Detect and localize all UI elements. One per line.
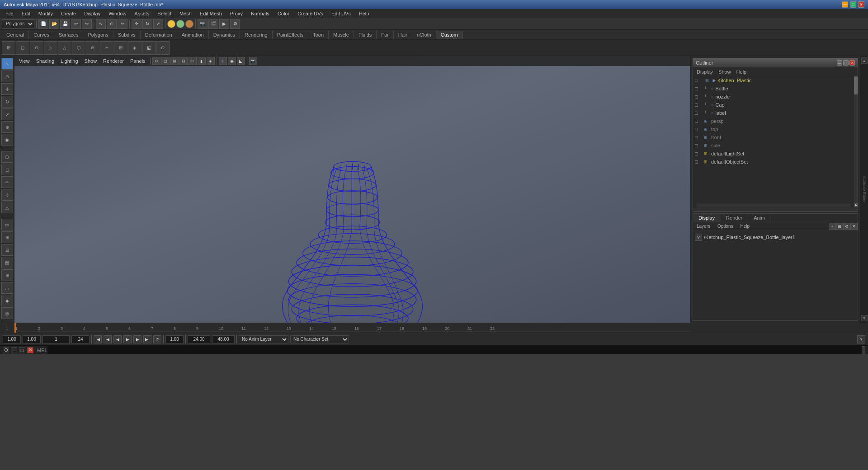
outliner-checkbox-front[interactable]: □ bbox=[695, 135, 702, 140]
layout-four[interactable]: ⊞ bbox=[1, 231, 13, 243]
play-reverse-btn[interactable]: ◀ bbox=[113, 335, 122, 343]
snap-surface[interactable]: ◎ bbox=[1, 307, 13, 319]
layout-single[interactable]: ▭ bbox=[1, 219, 13, 230]
outliner-item-nozzle[interactable]: □ └ ○ nozzle bbox=[693, 93, 858, 101]
menu-edit[interactable]: Edit bbox=[18, 10, 34, 17]
move-tool-button[interactable]: ✛ bbox=[132, 19, 142, 29]
select-mode-button[interactable]: ↖ bbox=[1, 58, 13, 70]
scale-tool-button[interactable]: ⤢ bbox=[153, 19, 163, 29]
menu-select[interactable]: Select bbox=[154, 10, 175, 17]
shelf-tab-ncloth[interactable]: nCloth bbox=[412, 31, 436, 39]
outliner-checkbox-nozzle[interactable]: □ bbox=[695, 94, 702, 99]
mel-icon-1[interactable]: ⊙ bbox=[3, 347, 9, 353]
vp-icon-7[interactable]: ◈ bbox=[207, 57, 215, 65]
shelf-tab-custom[interactable]: Custom bbox=[436, 31, 463, 39]
outliner-item-front[interactable]: □ ⊞ front bbox=[693, 133, 858, 141]
menu-display[interactable]: Display bbox=[80, 10, 104, 17]
undo-button[interactable]: ↩ bbox=[71, 19, 81, 29]
shelf-tab-muscle[interactable]: Muscle bbox=[329, 31, 354, 39]
snap-grid[interactable]: ⊞ bbox=[1, 269, 13, 281]
playback-end-input[interactable] bbox=[188, 335, 210, 343]
shelf-tab-fluids[interactable]: Fluids bbox=[354, 31, 377, 39]
polygon-tool-1[interactable]: ⬡ bbox=[1, 151, 13, 163]
move-tool-lt[interactable]: ✛ bbox=[1, 83, 13, 95]
start-frame-input[interactable] bbox=[3, 335, 21, 343]
save-file-button[interactable]: 💾 bbox=[60, 19, 70, 29]
view-menu[interactable]: View bbox=[16, 57, 33, 65]
layer-opts-btn[interactable]: ⚙ bbox=[843, 223, 850, 230]
outliner-tree[interactable]: □ ⊞ ◉ Kitchen_Plastic □ └ ○ Bottle □ └ bbox=[693, 76, 858, 203]
layer-new-btn[interactable]: + bbox=[829, 223, 836, 230]
universal-tool[interactable]: ⊕ bbox=[1, 121, 13, 133]
vp-icon-texture[interactable]: ⬕ bbox=[237, 57, 245, 65]
go-to-start-btn[interactable]: |◀ bbox=[94, 335, 102, 343]
next-frame-btn[interactable]: ▶ bbox=[133, 335, 142, 343]
outliner-checkbox-top[interactable]: □ bbox=[695, 127, 702, 132]
render-tab[interactable]: Render bbox=[721, 214, 748, 222]
shelf-icon-5[interactable]: △ bbox=[58, 41, 71, 55]
display-tab[interactable]: Display bbox=[693, 214, 721, 222]
outliner-checkbox[interactable]: □ bbox=[695, 78, 702, 83]
rotate-tool-button[interactable]: ↻ bbox=[142, 19, 152, 29]
vp-icon-2[interactable]: ◻ bbox=[161, 57, 170, 65]
soft-mod-tool[interactable]: ◉ bbox=[1, 134, 13, 146]
rotate-tool-lt[interactable]: ↻ bbox=[1, 96, 13, 108]
vp-icon-5[interactable]: ▭ bbox=[189, 57, 197, 65]
shelf-tab-rendering[interactable]: Rendering bbox=[240, 31, 273, 39]
outliner-item-kitchen-plastic[interactable]: □ ⊞ ◉ Kitchen_Plastic bbox=[693, 76, 858, 85]
outliner-checkbox-dos[interactable]: □ bbox=[695, 159, 702, 164]
vp-icon-1[interactable]: ⊙ bbox=[152, 57, 160, 65]
camera-button[interactable]: 📷 bbox=[198, 19, 208, 29]
settings-button[interactable]: ⚙ bbox=[230, 19, 240, 29]
shelf-tab-fur[interactable]: Fur bbox=[377, 31, 394, 39]
color-swatch-1[interactable] bbox=[167, 20, 175, 28]
menu-edituvs[interactable]: Edit UVs bbox=[328, 10, 354, 17]
layer-del-btn[interactable]: ✕ bbox=[850, 223, 858, 230]
new-file-button[interactable]: 📄 bbox=[38, 19, 48, 29]
menu-color[interactable]: Color bbox=[274, 10, 293, 17]
menu-createuvs[interactable]: Create UVs bbox=[294, 10, 327, 17]
viewport-3d[interactable]: View Shading Lighting Show Renderer Pane… bbox=[14, 56, 690, 323]
outliner-item-bottle[interactable]: □ └ ○ Bottle bbox=[693, 85, 858, 93]
shelf-icon-7[interactable]: ⊕ bbox=[86, 41, 99, 55]
open-file-button[interactable]: 📂 bbox=[49, 19, 59, 29]
shading-menu[interactable]: Shading bbox=[33, 57, 57, 65]
paint-select-button[interactable]: ⊙ bbox=[1, 70, 13, 82]
outliner-item-label-obj[interactable]: □ └ ○ label bbox=[693, 109, 858, 117]
menu-mesh[interactable]: Mesh bbox=[176, 10, 195, 17]
shelf-icon-3[interactable]: ⊙ bbox=[30, 41, 43, 55]
ae-top-btn[interactable]: ▲ bbox=[861, 57, 868, 64]
menu-normals[interactable]: Normals bbox=[247, 10, 273, 17]
layer-render-btn[interactable]: ⊞ bbox=[836, 223, 843, 230]
go-to-end-btn[interactable]: ▶| bbox=[143, 335, 151, 343]
layout-two[interactable]: ▤ bbox=[1, 257, 13, 268]
redo-button[interactable]: ↪ bbox=[82, 19, 92, 29]
polygon-tool-5[interactable]: △ bbox=[1, 202, 13, 213]
outliner-item-cap[interactable]: □ └ ○ Cap bbox=[693, 101, 858, 109]
anim-tab[interactable]: Anim bbox=[748, 214, 771, 222]
outliner-scrollbar[interactable] bbox=[854, 76, 858, 203]
vp-icon-camera[interactable]: 📷 bbox=[249, 57, 257, 65]
outliner-hscroll-track[interactable] bbox=[697, 203, 850, 207]
outliner-item-top[interactable]: □ ⊞ top bbox=[693, 125, 858, 133]
layers-tab[interactable]: Layers bbox=[693, 224, 714, 229]
outliner-display-menu[interactable]: Display bbox=[695, 69, 715, 75]
outliner-max-btn[interactable]: □ bbox=[843, 60, 849, 66]
select-tool-button[interactable]: ↖ bbox=[96, 19, 106, 29]
help-btn[interactable]: ? bbox=[857, 335, 865, 343]
shelf-icon-9[interactable]: ⊞ bbox=[114, 41, 127, 55]
shelf-icon-1[interactable]: ⊞ bbox=[2, 41, 15, 55]
attribute-editor-handle[interactable]: ▲ Attribute Editor ▼ bbox=[860, 56, 868, 323]
menu-editmesh[interactable]: Edit Mesh bbox=[196, 10, 226, 17]
layer-row-1[interactable]: V /Ketchup_Plastic_Squeeze_Bottle_layer1 bbox=[695, 232, 856, 242]
ipr-button[interactable]: ▶ bbox=[219, 19, 229, 29]
outliner-checkbox-label[interactable]: □ bbox=[695, 110, 702, 116]
scale-tool-lt[interactable]: ⤢ bbox=[1, 108, 13, 120]
character-set-select[interactable]: No Character Set bbox=[290, 335, 349, 343]
outliner-show-menu[interactable]: Show bbox=[717, 69, 733, 75]
shelf-tab-hair[interactable]: Hair bbox=[394, 31, 412, 39]
vp-icon-6[interactable]: ▮ bbox=[198, 57, 206, 65]
shelf-tab-curves[interactable]: Curves bbox=[29, 31, 54, 39]
outliner-checkbox-cap[interactable]: □ bbox=[695, 102, 702, 108]
shelf-tab-toon[interactable]: Toon bbox=[308, 31, 329, 39]
